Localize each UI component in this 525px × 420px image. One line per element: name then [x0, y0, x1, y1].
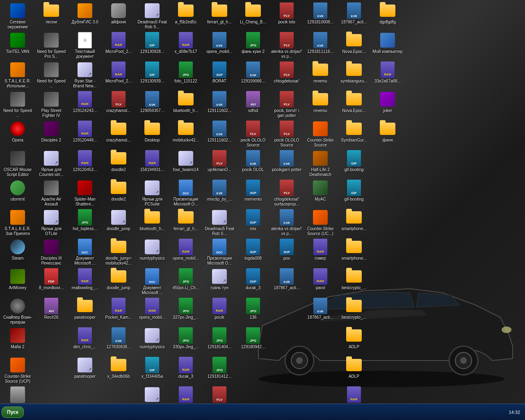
desktop-icon[interactable]: ferrari_gt_h... — [203, 1, 236, 30]
desktop-icon[interactable]: ADLP — [337, 355, 371, 384]
desktop-icon[interactable]: фань куан 2 — [236, 30, 270, 59]
desktop-icon[interactable]: crazyhamst... — [102, 89, 135, 118]
desktop-icon[interactable]: dim_chris_... — [68, 326, 102, 354]
desktop-icon[interactable]: 129181404... — [203, 326, 236, 354]
desktop-icon[interactable]: 127830838... — [102, 326, 135, 354]
desktop-icon[interactable]: paratrooper — [68, 355, 102, 384]
desktop-icon[interactable]: ArtMoney — [1, 267, 34, 295]
desktop-icon[interactable]: Документ Microsoft ... — [68, 237, 102, 267]
desktop-icon[interactable]: Steam — [1, 237, 34, 266]
desktop-icon[interactable]: 129180942... — [236, 326, 270, 354]
desktop-icon[interactable]: 129120453... — [68, 148, 102, 177]
desktop-icon[interactable]: 187867_acti... — [337, 1, 371, 30]
desktop-icon[interactable]: 187867_acti... — [270, 267, 304, 295]
desktop-icon[interactable]: doodle_jump — [102, 267, 135, 295]
desktop-icon[interactable]: x_f334405a — [135, 355, 169, 384]
desktop-icon[interactable]: pocik, borsh' i gari potter — [270, 89, 304, 120]
desktop-icon[interactable]: bestcrypto_... — [337, 267, 371, 295]
desktop-icon[interactable]: Apache Air Assault — [34, 178, 68, 208]
desktop-icon[interactable]: numtyphysics — [135, 326, 169, 354]
desktop-icon[interactable]: финя — [371, 119, 404, 148]
desktop-icon[interactable]: MyAC — [304, 178, 337, 207]
desktop-icon[interactable]: up4kmanO... — [203, 148, 236, 177]
desktop-icon[interactable]: gif-booting — [337, 178, 371, 207]
desktop-icon[interactable]: revemu — [304, 89, 337, 118]
desktop-icon[interactable]: Desktop — [135, 119, 169, 148]
desktop-icon[interactable]: TonTEL VAN — [1, 30, 34, 59]
desktop-icon[interactable]: Deadmau5 Feat Rob S... — [203, 208, 236, 238]
desktop-icon[interactable]: smartphone... — [337, 208, 371, 236]
desktop-icon[interactable]: Презентация Microsoft O... — [203, 237, 236, 267]
desktop-icon[interactable]: Текстовый документ — [68, 30, 102, 61]
desktop-icon[interactable]: Снайпер Воин-призрак — [1, 296, 34, 326]
desktop-icon[interactable]: hot_topless... — [68, 208, 102, 236]
desktop-icon[interactable]: pocik OLOLO Source — [236, 119, 270, 149]
desktop-icon[interactable]: mixclip_by_... — [203, 178, 236, 207]
desktop-icon[interactable]: paratrooper — [68, 296, 102, 325]
start-button[interactable]: Пуск — [2, 406, 24, 418]
desktop-icon[interactable]: parol — [304, 267, 337, 295]
desktop-icon[interactable]: ferrari_gt_h... — [169, 208, 203, 236]
desktop-icon[interactable]: Pocket_Kam... — [102, 296, 135, 325]
desktop-icon[interactable]: 330px-Jing_... — [169, 326, 203, 354]
desktop-icon[interactable]: Сетевое окружение — [1, 1, 34, 31]
desktop-icon[interactable]: Spider-Man Shattere... — [68, 178, 102, 208]
desktop-icon[interactable]: smartphone... — [337, 237, 371, 266]
desktop-icon[interactable]: гомер — [304, 237, 337, 266]
desktop-icon[interactable]: joker — [371, 89, 404, 118]
desktop-icon[interactable]: MicroPool_2... — [102, 30, 135, 59]
desktop-icon[interactable]: symbianguru... — [337, 60, 371, 89]
desktop-icon[interactable]: sdfsd — [236, 89, 270, 118]
desktop-icon[interactable]: BORAT — [203, 60, 236, 89]
desktop-icon[interactable]: doodle2 — [102, 148, 135, 177]
desktop-icon[interactable]: a_f5b2ed5c — [169, 1, 203, 30]
desktop-icon[interactable]: bluetooth_h... — [169, 89, 203, 118]
desktop-icon[interactable]: mobiluckv42... — [169, 119, 203, 148]
desktop-icon[interactable]: 129181412... — [203, 355, 236, 384]
desktop-icon[interactable]: foto_115122 — [169, 60, 203, 89]
desktop-icon[interactable]: numtyphysics — [135, 237, 169, 266]
desktop-icon[interactable]: Презентация Microsoft O... — [169, 178, 203, 208]
desktop-icon[interactable]: bluetooth_h... — [135, 208, 169, 236]
desktop-icon[interactable]: Ярлык для DTLite — [34, 208, 68, 238]
desktop-icon[interactable]: Nova.Epoc... — [337, 89, 371, 118]
desktop-icon[interactable]: 1291810008... — [304, 1, 337, 30]
desktop-icon[interactable]: opera_mobil... — [203, 30, 236, 59]
desktop-icon[interactable]: 129059357... — [135, 89, 169, 118]
desktop-icon[interactable]: ADLP — [337, 326, 371, 354]
desktop-icon[interactable]: x_34edb06b — [102, 355, 135, 384]
desktop-icon[interactable]: Rec#26 — [34, 296, 68, 325]
desktop-icon[interactable]: Ryan Star - Brand New... — [68, 60, 102, 90]
desktop-icon[interactable]: Disciples III Ренессанс — [34, 237, 68, 267]
desktop-icon[interactable]: Li_Cheng_B... — [236, 1, 270, 30]
desktop-icon[interactable]: 450px-Li_Ch... — [169, 267, 203, 295]
desktop-icon[interactable]: Opera — [1, 119, 34, 148]
desktop-icon[interactable]: alenka vs dirijav!' vs p... — [270, 208, 304, 238]
desktop-icon[interactable]: Counter-Strike Source (UC...) — [304, 208, 337, 238]
desktop-icon[interactable]: гуань тун — [203, 267, 236, 295]
desktop-icon[interactable]: opera_mobil... — [169, 237, 203, 266]
desktop-icon[interactable]: SymbianGur... — [337, 119, 371, 148]
desktop-icon[interactable]: Deadmau5 Feat Rob S... — [135, 1, 169, 31]
desktop-icon[interactable]: mix — [236, 208, 270, 236]
desktop-icon[interactable]: 129159066... — [236, 60, 270, 89]
desktop-icon[interactable]: Need for Speed Pro S... — [34, 30, 68, 61]
desktop-icon[interactable]: Документ Microsoft ... — [135, 267, 169, 297]
desktop-icon[interactable]: 187867_acti... — [304, 296, 337, 325]
desktop-icon[interactable]: 136 — [236, 296, 270, 325]
desktop-icon[interactable]: chtogdekosa!' surfaceprop... — [270, 178, 304, 208]
desktop-icon[interactable]: Play Street Fighter IV — [34, 89, 68, 120]
desktop-icon[interactable]: 1291811116... — [304, 30, 337, 59]
desktop-icon[interactable]: doodle_jump= mobiluckv42... — [102, 237, 135, 267]
desktop-icon[interactable]: Ярлык для Countet-stri... — [34, 148, 68, 179]
desktop-icon[interactable]: x_d08e7b17 — [169, 30, 203, 59]
desktop-icon[interactable]: MicroPool_2... — [102, 60, 135, 89]
desktop-icon[interactable]: gif-booting — [337, 148, 371, 177]
desktop-icon[interactable]: S.T.A.L.K.E.R. Зов Припяти — [1, 208, 34, 238]
desktop-icon[interactable]: 33e2a67a68... — [371, 60, 404, 89]
desktop-icon[interactable]: 129111602... — [203, 89, 236, 118]
desktop-icon[interactable]: revemu — [304, 60, 337, 89]
desktop-icon[interactable]: bestcrypto_... — [337, 296, 371, 325]
desktop-icon[interactable]: Disciples 2 — [34, 119, 68, 148]
desktop-icon[interactable]: 327px-Jing_... — [169, 296, 203, 325]
